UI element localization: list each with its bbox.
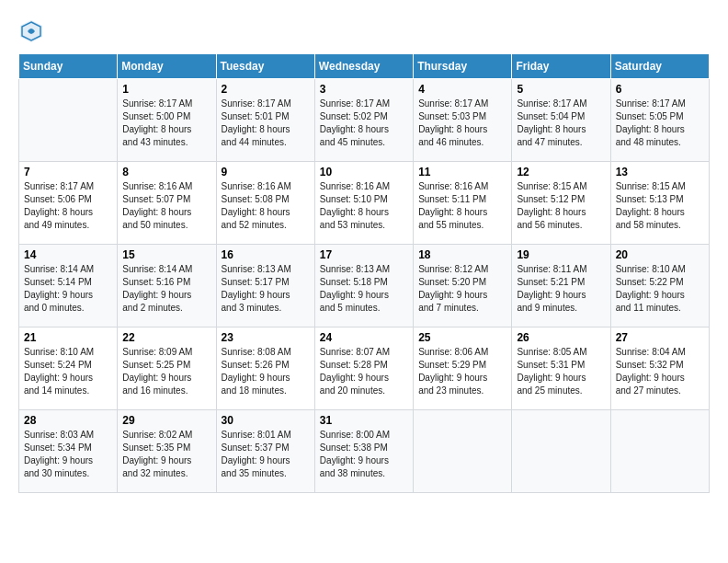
day-info: Sunrise: 8:17 AM Sunset: 5:06 PM Dayligh…	[24, 180, 112, 232]
calendar-cell: 22Sunrise: 8:09 AM Sunset: 5:25 PM Dayli…	[118, 327, 216, 410]
calendar-cell: 6Sunrise: 8:17 AM Sunset: 5:05 PM Daylig…	[610, 79, 709, 162]
day-number: 3	[320, 83, 408, 96]
day-number: 15	[122, 248, 210, 261]
week-row-5: 28Sunrise: 8:03 AM Sunset: 5:34 PM Dayli…	[19, 410, 710, 493]
day-info: Sunrise: 8:12 AM Sunset: 5:20 PM Dayligh…	[418, 263, 506, 315]
day-header-wednesday: Wednesday	[314, 54, 413, 79]
day-info: Sunrise: 8:07 AM Sunset: 5:28 PM Dayligh…	[320, 346, 408, 397]
day-info: Sunrise: 8:17 AM Sunset: 5:04 PM Dayligh…	[517, 98, 605, 149]
day-number: 22	[122, 331, 210, 344]
day-info: Sunrise: 8:16 AM Sunset: 5:10 PM Dayligh…	[320, 180, 408, 232]
day-number: 30	[222, 414, 310, 427]
calendar-cell: 19Sunrise: 8:11 AM Sunset: 5:21 PM Dayli…	[512, 245, 610, 327]
day-info: Sunrise: 8:09 AM Sunset: 5:25 PM Dayligh…	[122, 346, 210, 397]
day-number: 13	[616, 166, 704, 178]
day-info: Sunrise: 8:05 AM Sunset: 5:31 PM Dayligh…	[517, 346, 605, 397]
calendar-cell: 29Sunrise: 8:02 AM Sunset: 5:35 PM Dayli…	[118, 410, 216, 493]
day-number: 21	[24, 331, 112, 344]
calendar-cell: 31Sunrise: 8:00 AM Sunset: 5:38 PM Dayli…	[314, 410, 413, 493]
calendar-cell: 26Sunrise: 8:05 AM Sunset: 5:31 PM Dayli…	[512, 327, 610, 410]
day-number: 25	[418, 331, 506, 344]
calendar-cell: 21Sunrise: 8:10 AM Sunset: 5:24 PM Dayli…	[19, 327, 118, 410]
day-info: Sunrise: 8:17 AM Sunset: 5:02 PM Dayligh…	[320, 98, 408, 149]
calendar-cell: 13Sunrise: 8:15 AM Sunset: 5:13 PM Dayli…	[610, 162, 709, 245]
calendar-cell: 3Sunrise: 8:17 AM Sunset: 5:02 PM Daylig…	[314, 79, 413, 162]
day-info: Sunrise: 8:01 AM Sunset: 5:37 PM Dayligh…	[222, 429, 310, 480]
calendar-cell: 11Sunrise: 8:16 AM Sunset: 5:11 PM Dayli…	[414, 162, 512, 245]
calendar-cell: 2Sunrise: 8:17 AM Sunset: 5:01 PM Daylig…	[216, 79, 314, 162]
calendar-cell: 15Sunrise: 8:14 AM Sunset: 5:16 PM Dayli…	[118, 245, 216, 327]
day-number: 6	[616, 83, 704, 96]
day-number: 28	[24, 414, 112, 427]
day-number: 31	[320, 414, 408, 427]
calendar-cell: 8Sunrise: 8:16 AM Sunset: 5:07 PM Daylig…	[118, 162, 216, 245]
day-number: 4	[418, 83, 506, 96]
day-number: 16	[222, 248, 310, 261]
day-number: 29	[122, 414, 210, 427]
calendar-cell: 28Sunrise: 8:03 AM Sunset: 5:34 PM Dayli…	[19, 410, 118, 493]
day-info: Sunrise: 8:02 AM Sunset: 5:35 PM Dayligh…	[122, 429, 210, 480]
day-info: Sunrise: 8:15 AM Sunset: 5:12 PM Dayligh…	[517, 180, 605, 232]
day-number: 20	[616, 248, 704, 261]
logo	[18, 18, 48, 44]
day-number: 12	[517, 166, 605, 178]
day-info: Sunrise: 8:17 AM Sunset: 5:05 PM Dayligh…	[616, 98, 704, 149]
day-info: Sunrise: 8:16 AM Sunset: 5:07 PM Dayligh…	[122, 180, 210, 232]
calendar-cell	[512, 410, 610, 493]
week-row-3: 14Sunrise: 8:14 AM Sunset: 5:14 PM Dayli…	[19, 245, 710, 327]
calendar-cell: 7Sunrise: 8:17 AM Sunset: 5:06 PM Daylig…	[19, 162, 118, 245]
day-info: Sunrise: 8:10 AM Sunset: 5:24 PM Dayligh…	[24, 346, 112, 397]
day-header-monday: Monday	[118, 54, 216, 79]
day-number: 10	[320, 166, 408, 178]
day-info: Sunrise: 8:16 AM Sunset: 5:08 PM Dayligh…	[222, 180, 310, 232]
calendar-cell: 24Sunrise: 8:07 AM Sunset: 5:28 PM Dayli…	[314, 327, 413, 410]
calendar-cell	[19, 79, 118, 162]
day-info: Sunrise: 8:04 AM Sunset: 5:32 PM Dayligh…	[616, 346, 704, 397]
day-number: 27	[616, 331, 704, 344]
calendar-cell: 12Sunrise: 8:15 AM Sunset: 5:12 PM Dayli…	[512, 162, 610, 245]
day-info: Sunrise: 8:15 AM Sunset: 5:13 PM Dayligh…	[616, 180, 704, 232]
week-row-1: 1Sunrise: 8:17 AM Sunset: 5:00 PM Daylig…	[19, 79, 710, 162]
calendar-cell: 17Sunrise: 8:13 AM Sunset: 5:18 PM Dayli…	[314, 245, 413, 327]
day-info: Sunrise: 8:03 AM Sunset: 5:34 PM Dayligh…	[24, 429, 112, 480]
day-info: Sunrise: 8:00 AM Sunset: 5:38 PM Dayligh…	[320, 429, 408, 480]
calendar-cell: 5Sunrise: 8:17 AM Sunset: 5:04 PM Daylig…	[512, 79, 610, 162]
day-number: 26	[517, 331, 605, 344]
calendar-cell	[414, 410, 512, 493]
day-number: 18	[418, 248, 506, 261]
day-number: 9	[222, 166, 310, 178]
day-info: Sunrise: 8:10 AM Sunset: 5:22 PM Dayligh…	[616, 263, 704, 315]
day-number: 14	[24, 248, 112, 261]
week-row-2: 7Sunrise: 8:17 AM Sunset: 5:06 PM Daylig…	[19, 162, 710, 245]
day-info: Sunrise: 8:08 AM Sunset: 5:26 PM Dayligh…	[222, 346, 310, 397]
day-info: Sunrise: 8:14 AM Sunset: 5:14 PM Dayligh…	[24, 263, 112, 315]
day-number: 1	[122, 83, 210, 96]
day-header-friday: Friday	[512, 54, 610, 79]
day-info: Sunrise: 8:13 AM Sunset: 5:17 PM Dayligh…	[222, 263, 310, 315]
header	[18, 18, 710, 44]
day-info: Sunrise: 8:13 AM Sunset: 5:18 PM Dayligh…	[320, 263, 408, 315]
day-info: Sunrise: 8:17 AM Sunset: 5:03 PM Dayligh…	[418, 98, 506, 149]
day-header-thursday: Thursday	[414, 54, 512, 79]
calendar-cell: 27Sunrise: 8:04 AM Sunset: 5:32 PM Dayli…	[610, 327, 709, 410]
day-info: Sunrise: 8:17 AM Sunset: 5:01 PM Dayligh…	[222, 98, 310, 149]
calendar-cell: 23Sunrise: 8:08 AM Sunset: 5:26 PM Dayli…	[216, 327, 314, 410]
calendar-cell: 9Sunrise: 8:16 AM Sunset: 5:08 PM Daylig…	[216, 162, 314, 245]
calendar-cell: 30Sunrise: 8:01 AM Sunset: 5:37 PM Dayli…	[216, 410, 314, 493]
calendar-cell: 20Sunrise: 8:10 AM Sunset: 5:22 PM Dayli…	[610, 245, 709, 327]
day-number: 5	[517, 83, 605, 96]
calendar-cell: 25Sunrise: 8:06 AM Sunset: 5:29 PM Dayli…	[414, 327, 512, 410]
day-header-sunday: Sunday	[19, 54, 118, 79]
day-number: 19	[517, 248, 605, 261]
day-info: Sunrise: 8:06 AM Sunset: 5:29 PM Dayligh…	[418, 346, 506, 397]
calendar-cell	[610, 410, 709, 493]
day-info: Sunrise: 8:14 AM Sunset: 5:16 PM Dayligh…	[122, 263, 210, 315]
calendar-cell: 14Sunrise: 8:14 AM Sunset: 5:14 PM Dayli…	[19, 245, 118, 327]
day-number: 2	[222, 83, 310, 96]
calendar-header-row: SundayMondayTuesdayWednesdayThursdayFrid…	[19, 54, 710, 79]
day-number: 23	[222, 331, 310, 344]
day-number: 17	[320, 248, 408, 261]
calendar-cell: 18Sunrise: 8:12 AM Sunset: 5:20 PM Dayli…	[414, 245, 512, 327]
calendar-table: SundayMondayTuesdayWednesdayThursdayFrid…	[18, 53, 710, 493]
day-header-saturday: Saturday	[610, 54, 709, 79]
